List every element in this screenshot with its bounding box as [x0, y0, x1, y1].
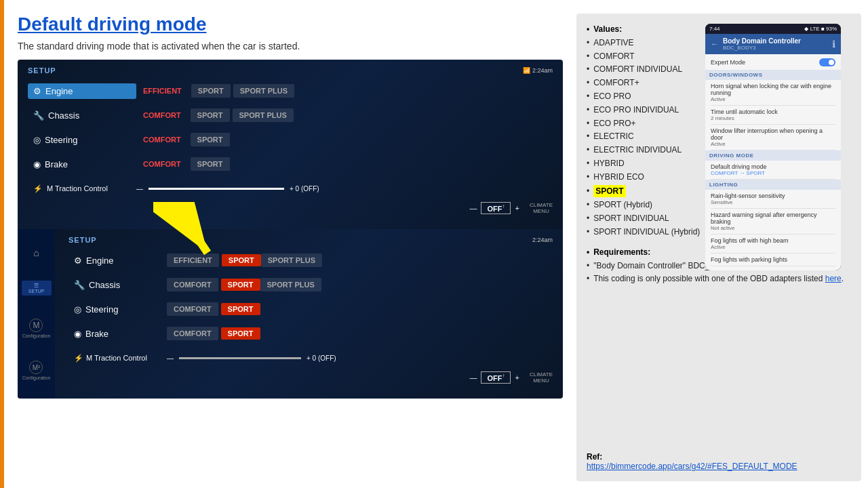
window-lifter-title: Window lifter interruption when opening … — [711, 127, 835, 141]
config1-icon: M — [29, 319, 43, 332]
phone-header-titles: Body Domain Controller BDC_BODY3 — [723, 37, 801, 51]
upper-climate-label[interactable]: CLIMATEMENU — [530, 202, 553, 214]
lower-engine-sport[interactable]: SPORT — [222, 254, 261, 266]
fog-lights-item[interactable]: Fog lights off with high beam Active — [711, 235, 835, 253]
left-panel: Default driving mode The standard drivin… — [18, 14, 563, 481]
traction-label: ⚡ M Traction Control — [28, 182, 136, 196]
sidebar-config1[interactable]: M Configuration — [22, 319, 51, 338]
chassis-comfort[interactable]: COMFORT — [136, 108, 188, 122]
traction-minus[interactable]: — — [136, 185, 143, 192]
steering-icon: ◎ — [33, 135, 41, 145]
lower-steering-sport[interactable]: SPORT — [221, 303, 260, 315]
lower-brake-row: ◉ Brake COMFORT SPORT — [68, 323, 553, 344]
window-lifter-item[interactable]: Window lifter interruption when opening … — [711, 125, 835, 150]
lower-steering-comfort[interactable]: COMFORT — [167, 302, 218, 316]
rain-sensor-item[interactable]: Rain-light-sensor sensitivity Sensitive — [711, 190, 835, 209]
expert-mode-toggle[interactable] — [819, 58, 835, 66]
requirements-list: Requirements: "Body Domain Controller" B… — [587, 247, 851, 447]
lower-setup-label: SETUP — [68, 236, 97, 244]
lower-plus-icon[interactable]: + — [515, 373, 519, 382]
steering-comfort[interactable]: COMFORT — [136, 133, 188, 146]
upper-plus-icon[interactable]: + — [515, 204, 519, 212]
sidebar-setup[interactable]: ☰ SETUP — [22, 281, 52, 296]
phone-header-left: ← Body Domain Controller BDC_BODY3 — [711, 37, 801, 51]
traction-slider[interactable] — [149, 188, 284, 190]
right-panel: Values: ADAPTIVE COMFORT COMFORT INDIVID… — [576, 14, 861, 481]
lower-engine-label: ⚙ Engine — [68, 253, 167, 268]
lower-traction-icon: ⚡ — [74, 354, 83, 363]
lower-status: 2:24am — [532, 237, 553, 243]
upper-setup-label: SETUP — [28, 66, 56, 75]
upper-status: 📶 2:24am — [523, 67, 553, 74]
horn-signal-item[interactable]: Horn signal when locking the car with en… — [711, 80, 835, 106]
lower-engine-sport-plus[interactable]: SPORT PLUS — [261, 253, 322, 267]
sidebar-config2[interactable]: M² Configuration — [22, 361, 51, 380]
lower-traction-text: M Traction Control — [86, 354, 147, 362]
chassis-sport-plus[interactable]: SPORT PLUS — [233, 108, 294, 122]
steering-row: ◎ Steering COMFORT SPORT — [28, 129, 553, 150]
right-panel-top: Values: ADAPTIVE COMFORT COMFORT INDIVID… — [587, 24, 851, 240]
chassis-icon: 🔧 — [33, 110, 44, 121]
lower-chassis-sport[interactable]: SPORT — [221, 279, 260, 291]
lower-off-label[interactable]: OFF↑ — [481, 371, 511, 384]
lower-time: 2:24am — [532, 237, 553, 243]
lower-minus-icon[interactable]: — — [469, 373, 477, 382]
page-title[interactable]: Default driving mode — [18, 14, 563, 35]
lower-steering-label: ◎ Steering — [68, 302, 167, 317]
lower-steering-text: Steering — [85, 304, 118, 314]
traction-icon: ⚡ — [33, 184, 43, 193]
traction-plus-value: + 0 (OFF) — [290, 185, 319, 192]
brake-sport[interactable]: SPORT — [191, 157, 230, 171]
auto-lock-item[interactable]: Time until automatic lock 2 minutes — [711, 106, 835, 125]
brake-comfort[interactable]: COMFORT — [136, 157, 188, 171]
fog-parking-item[interactable]: Fog lights with parking lights — [711, 253, 835, 266]
engine-sport-plus[interactable]: SPORT PLUS — [233, 84, 294, 98]
engine-row: ⚙ Engine EFFICIENT SPORT SPORT PLUS — [28, 80, 553, 102]
phone-status-bar: 7:44 ◆ LTE ■ 93% — [705, 24, 841, 34]
chassis-label: 🔧 Chassis — [28, 108, 136, 123]
lower-brake-sport[interactable]: SPORT — [221, 327, 260, 340]
lower-brake-comfort[interactable]: COMFORT — [167, 327, 218, 340]
hazard-warning-item[interactable]: Hazard warning signal after emergency br… — [711, 209, 835, 235]
lower-steering-row: ◎ Steering COMFORT SPORT — [68, 298, 553, 320]
ref-url-link[interactable]: https://bimmercode.app/cars/g42/#FES_DEF… — [587, 462, 797, 471]
lower-chassis-comfort[interactable]: COMFORT — [167, 278, 218, 291]
phone-body: Expert Mode DOORS/WINDOWS Horn signal wh… — [705, 54, 841, 270]
brake-row: ◉ Brake COMFORT SPORT — [28, 153, 553, 175]
lighting-header: LIGHTING — [705, 180, 841, 190]
upper-signal-icon: 📶 — [523, 67, 530, 74]
lower-climate-label[interactable]: CLIMATEMENU — [530, 371, 553, 384]
steering-sport[interactable]: SPORT — [191, 133, 230, 146]
auto-lock-value: 2 minutes — [711, 115, 835, 121]
phone-back-icon[interactable]: ← — [711, 39, 719, 49]
doors-windows-header: DOORS/WINDOWS — [705, 70, 841, 80]
engine-label: ⚙ Engine — [28, 83, 136, 99]
upper-screen-header: SETUP 📶 2:24am — [28, 66, 553, 75]
hazard-warning-value: Not active — [711, 225, 835, 231]
lower-screen-content: SETUP 2:24am ⚙ Engine EFFICIENT SPORT — [68, 236, 553, 384]
engine-sport[interactable]: SPORT — [191, 84, 231, 98]
lower-engine-efficient[interactable]: EFFICIENT — [167, 253, 219, 267]
chassis-sport[interactable]: SPORT — [191, 108, 230, 122]
upper-bmw-screen: SETUP 📶 2:24am ⚙ Engine EFFICIENT SPORT … — [18, 60, 563, 229]
sidebar-home-icon[interactable]: ⌂ — [33, 247, 39, 258]
steering-label: ◎ Steering — [28, 132, 136, 148]
upper-minus-icon[interactable]: — — [469, 204, 477, 212]
phone-info-icon[interactable]: ℹ — [832, 39, 835, 49]
brake-icon: ◉ — [33, 159, 41, 169]
lower-traction-slider[interactable] — [179, 357, 301, 359]
upper-off-label[interactable]: OFF↑ — [481, 202, 511, 214]
auto-lock-title: Time until automatic lock — [711, 108, 835, 115]
expert-mode-row: Expert Mode — [711, 58, 835, 66]
rain-sensor-value: Sensitive — [711, 199, 835, 205]
lower-chassis-sport-plus[interactable]: SPORT PLUS — [260, 278, 321, 291]
fog-lights-title: Fog lights off with high beam — [711, 237, 835, 244]
lower-bottom-row: — OFF↑ + CLIMATEMENU — [68, 371, 553, 384]
default-driving-item[interactable]: Default driving mode COMFORT → SPORT — [711, 161, 835, 180]
default-driving-title: Default driving mode — [711, 163, 835, 170]
lower-traction-label: ⚡ M Traction Control — [68, 351, 167, 365]
here-link[interactable]: here — [825, 274, 842, 283]
lower-traction-minus[interactable]: — — [167, 354, 174, 362]
engine-efficient[interactable]: EFFICIENT — [136, 84, 189, 98]
lower-chassis-label: 🔧 Chassis — [68, 277, 167, 293]
